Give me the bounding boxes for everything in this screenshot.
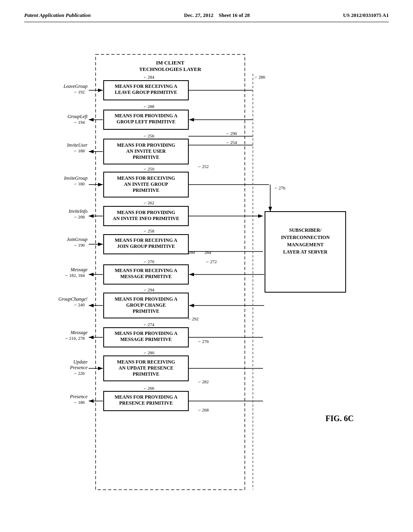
box-inviteinfo-text1: MEANS FOR PROVIDING	[117, 210, 175, 215]
ref-268: ⌐ 268	[198, 407, 209, 412]
ref-264: 264	[204, 250, 211, 255]
num-190: ⌐ 190	[75, 243, 85, 247]
ref-258: ⌐ 258	[144, 229, 154, 233]
box-msg-receive-text1: MEANS FOR RECEIVING A	[115, 268, 177, 273]
ref-252: ⌐ 252	[198, 164, 209, 169]
ref-286: ⌐ 286	[255, 75, 265, 79]
num-194: ⌐ 194	[75, 120, 85, 125]
label-invitegroup: InviteGroup	[64, 175, 88, 181]
ref-276: ⌐ 276	[198, 339, 209, 344]
server-label4: LAYER AT SERVER	[283, 249, 327, 255]
ref-256: ⌐ 256	[144, 133, 154, 138]
label-inviteinfo: InviteInfo	[68, 208, 88, 214]
num-226: ⌐ 226	[75, 371, 85, 376]
server-label2: INTERCONNECTION	[281, 235, 330, 240]
box-inviteinfo-text2: AN INVITE INFO PRIMITIVE	[113, 216, 179, 221]
box-groupchange-text3: PRIMITIVE	[133, 308, 159, 314]
box-invitegroup-text1: MEANS FOR RECEIVING	[117, 175, 175, 181]
box-groupleft-text1: MEANS FOR PROVIDING A	[115, 113, 177, 118]
page-header: Patent Application Publication Dec. 27, …	[24, 12, 389, 22]
num-192: ⌐ 192	[75, 89, 85, 94]
ref-284: ⌐ 284	[144, 75, 154, 79]
server-label1: SUBSCRIBER/	[289, 227, 322, 233]
num-188: ⌐ 188	[75, 148, 85, 153]
date-sheet-label: Dec. 27, 2012 Sheet 16 of 28	[184, 12, 250, 19]
ref-260: 260	[188, 250, 195, 255]
box-inviteuser-text2: AN INVITE USER	[126, 148, 166, 154]
box-presence-text1: MEANS FOR PROVIDING A	[115, 394, 177, 400]
ref-282: ⌐ 282	[198, 379, 209, 384]
box-invitegroup-text2: AN INVITE GROUP	[124, 181, 168, 187]
ref-290: ⌐ 290	[227, 131, 237, 136]
box-invitegroup-text3: PRIMITIVE	[133, 187, 159, 193]
box-inviteuser-text1: MEANS FOR PROVIDING	[117, 142, 175, 148]
server-label3: MANAGEMENT	[287, 242, 324, 247]
ref-272: ⌐ 272	[206, 259, 217, 264]
num-186: ⌐ 186	[75, 400, 85, 405]
num-180: ⌐ 180	[75, 181, 85, 186]
ref-250: ⌐ 250	[144, 166, 154, 171]
im-client-title-line1: IM CLIENT	[156, 60, 185, 66]
label-leavegroup: LeaveGroup	[63, 83, 88, 89]
ref-27b: ⌐ 27b	[275, 185, 286, 190]
box-leave-group-text2: LEAVE GROUP PRIMITIVE	[115, 89, 177, 95]
date-label: Dec. 27, 2012	[184, 12, 213, 18]
patent-number-label: US 2012/0331075 A1	[343, 12, 389, 19]
label-groupleft: GroupLeft	[67, 114, 88, 119]
box-msg-provide-text1: MEANS FOR PROVIDING A	[115, 330, 177, 336]
box-msg-receive-text2: MESSAGE PRIMITIVE	[120, 274, 172, 279]
ref-270: ⌐ 270	[144, 259, 154, 264]
ref-254: ⌐ 254	[227, 140, 237, 145]
box-updatepresence-text1: MEANS FOR RECEIVING	[117, 359, 175, 365]
ref-294: ⌐ 294	[144, 287, 154, 292]
label-updatepresence2: Presence	[69, 365, 88, 370]
diagram-svg: IM CLIENT TECHNOLOGIES LAYER ⌐ 284 MEANS…	[25, 30, 388, 514]
box-joingroup-text2: JOIN GROUP PRIMITIVE	[117, 243, 175, 249]
label-inviteuser: InviteUser	[67, 142, 88, 148]
ref-280: ⌐ 280	[144, 350, 154, 355]
label-joingroup: JoinGroup	[67, 237, 88, 242]
num-182-184: ⌐ 182, 184	[66, 273, 85, 278]
box-groupchange-text2: GROUP CHANGE	[126, 302, 166, 308]
label-message-receive: Message	[70, 267, 88, 272]
sheet-label: Sheet 16 of 28	[219, 12, 250, 18]
box-inviteuser-text3: PRIMITIVE	[133, 154, 159, 160]
label-presence: Presence	[69, 394, 88, 399]
label-updatepresence1: Update	[73, 359, 88, 365]
fig-label: FIG. 6C	[325, 414, 354, 423]
publication-label: Patent Application Publication	[24, 12, 91, 19]
ref-266: ⌐ 266	[144, 386, 154, 391]
page: Patent Application Publication Dec. 27, …	[0, 0, 413, 532]
num-208: ⌐ 208	[75, 214, 85, 219]
ref-262: ⌐ 262	[144, 200, 154, 205]
box-leave-group-text1: MEANS FOR RECEIVING A	[115, 83, 177, 89]
ref-274: ⌐ 274	[144, 322, 154, 327]
box-groupchange-text1: MEANS FOR PROVIDING A	[115, 296, 177, 302]
box-updatepresence-text2: AN UPDATE PRESENCE	[119, 365, 173, 371]
box-updatepresence-text3: PRIMITIVE	[133, 371, 159, 377]
ref-288: ⌐ 288	[144, 104, 154, 109]
box-msg-provide-text2: MESSAGE PRIMITIVE	[120, 337, 172, 342]
im-client-title-line2: TECHNOLOGIES LAYER	[139, 66, 201, 72]
box-groupleft-text2: GROUP LEFT PRIMITIVE	[117, 119, 175, 125]
label-groupchange: GroupChange!	[58, 296, 88, 302]
ref-292: ⌐ 292	[188, 316, 198, 321]
box-joingroup-text1: MEANS FOR RECEIVING A	[115, 237, 177, 243]
num-240: ⌐ 240	[75, 302, 85, 307]
num-216-278: ⌐ 216, 278	[66, 336, 85, 341]
label-message-provide: Message	[70, 330, 88, 335]
box-presence-text2: PRESENCE PRIMITIVE	[119, 400, 173, 406]
